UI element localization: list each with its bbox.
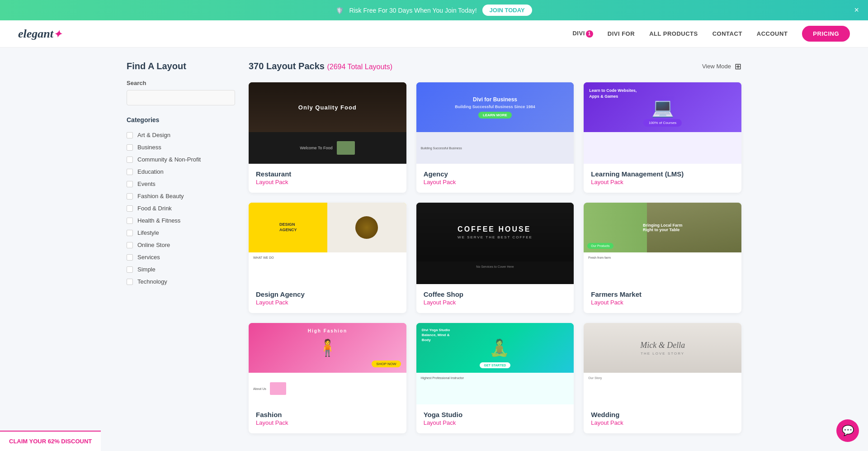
nav-all-products[interactable]: ALL PRODUCTS — [649, 30, 698, 37]
category-item[interactable]: Education — [127, 166, 235, 178]
card-info: Restaurant Layout Pack — [249, 164, 406, 193]
card-info: Agency Layout Pack — [416, 164, 574, 193]
category-label: Fashion & Beauty — [137, 193, 184, 199]
card-subtitle: Layout Pack — [256, 419, 399, 426]
fashion-bottom: About Us — [249, 373, 406, 404]
wedding-hero: Mick & Della THE LOVE STORY — [584, 323, 741, 373]
layout-card-agency[interactable]: Divi for Business Building Successful Bu… — [416, 82, 574, 193]
category-item[interactable]: Food & Drink — [127, 202, 235, 214]
card-preview-yoga: Divi Yoga StudioBalance, Mind &Body 🧘 GE… — [416, 323, 574, 404]
category-checkbox[interactable] — [127, 144, 133, 151]
category-item[interactable]: Online Store — [127, 239, 235, 251]
category-item[interactable]: Community & Non-Profit — [127, 153, 235, 166]
category-label: Events — [137, 180, 156, 187]
category-item[interactable]: Fashion & Beauty — [127, 190, 235, 202]
category-checkbox[interactable] — [127, 169, 133, 175]
card-preview-fashion: High Fashion 🧍 SHOP NOW About Us — [249, 323, 406, 404]
category-item[interactable]: Art & Design — [127, 129, 235, 141]
join-today-button[interactable]: JOIN TODAY — [482, 5, 532, 16]
card-preview-restaurant: Only Quality Food Welcome To Food — [249, 82, 406, 164]
shield-icon: 🛡️ — [336, 7, 344, 14]
card-subtitle: Layout Pack — [424, 299, 567, 306]
restaurant-hero: Only Quality Food — [249, 82, 406, 132]
category-item[interactable]: Lifestyle — [127, 227, 235, 239]
category-label: Community & Non-Profit — [137, 156, 201, 163]
card-subtitle: Layout Pack — [591, 299, 734, 306]
category-item[interactable]: Health & Fitness — [127, 214, 235, 227]
categories-list: Art & Design Business Community & Non-Pr… — [127, 129, 235, 288]
main-container: Find A Layout Search Categories Art & De… — [118, 47, 750, 447]
nav-divi-for[interactable]: DIVI FOR — [608, 30, 635, 37]
card-title: Restaurant — [256, 170, 399, 178]
layout-card-fashion[interactable]: High Fashion 🧍 SHOP NOW About Us Fashion… — [249, 323, 406, 433]
category-checkbox[interactable] — [127, 157, 133, 163]
card-info: Learning Management (LMS) Layout Pack — [584, 164, 741, 193]
divi-badge: 1 — [586, 30, 593, 38]
search-label: Search — [127, 80, 235, 86]
layout-card-coffee-shop[interactable]: COFFEE HOUSE WE SERVE THE BEST COFFEE No… — [416, 203, 574, 313]
card-subtitle: Layout Pack — [424, 179, 567, 185]
category-item[interactable]: Business — [127, 141, 235, 153]
category-item[interactable]: Technology — [127, 275, 235, 288]
card-subtitle: Layout Pack — [256, 179, 399, 185]
category-checkbox[interactable] — [127, 266, 133, 273]
pricing-button[interactable]: PRICING — [802, 26, 850, 42]
banner-close-button[interactable]: × — [854, 5, 859, 15]
category-label: Lifestyle — [137, 229, 159, 236]
card-title: Coffee Shop — [424, 290, 567, 298]
category-label: Food & Drink — [137, 205, 172, 212]
layout-card-restaurant[interactable]: Only Quality Food Welcome To Food Restau… — [249, 82, 406, 193]
nav-account[interactable]: ACCOUNT — [757, 30, 788, 37]
main-nav: DIVI1 DIVI FOR ALL PRODUCTS CONTACT ACCO… — [572, 26, 850, 42]
card-title: Agency — [424, 170, 567, 178]
card-preview-lms: Learn to Code Websites,Apps & Games 💻 10… — [584, 82, 741, 164]
lms-bottom — [584, 132, 741, 164]
card-info: Wedding Layout Pack — [584, 404, 741, 433]
content-header: 370 Layout Packs (2694 Total Layouts) Vi… — [249, 61, 741, 71]
card-title: Design Agency — [256, 290, 399, 298]
category-label: Art & Design — [137, 132, 170, 138]
layout-card-wedding[interactable]: Mick & Della THE LOVE STORY Our Story We… — [584, 323, 741, 433]
nav-contact[interactable]: CONTACT — [712, 30, 742, 37]
nav-divi[interactable]: DIVI1 — [572, 30, 593, 38]
view-mode-toggle[interactable]: View Mode ⊞ — [702, 62, 741, 71]
design-agency-hero: DESIGNAGENCY — [249, 203, 406, 252]
category-checkbox[interactable] — [127, 193, 133, 199]
search-input[interactable] — [127, 90, 235, 105]
chat-button[interactable]: 💬 — [836, 419, 859, 442]
card-title: Farmers Market — [591, 290, 734, 298]
category-checkbox[interactable] — [127, 230, 133, 236]
logo-star-icon: ✦ — [53, 28, 61, 40]
card-subtitle: Layout Pack — [591, 179, 734, 185]
card-info: Coffee Shop Layout Pack — [416, 284, 574, 313]
layout-card-farmers-market[interactable]: Bringing Local FarmRight to your Table O… — [584, 203, 741, 313]
category-checkbox[interactable] — [127, 132, 133, 138]
category-checkbox[interactable] — [127, 205, 133, 212]
layout-card-yoga-studio[interactable]: Divi Yoga StudioBalance, Mind &Body 🧘 GE… — [416, 323, 574, 433]
fashion-hero: High Fashion 🧍 SHOP NOW — [249, 323, 406, 373]
content-area: 370 Layout Packs (2694 Total Layouts) Vi… — [249, 61, 741, 433]
card-preview-farmers: Bringing Local FarmRight to your Table O… — [584, 203, 741, 284]
category-item[interactable]: Events — [127, 178, 235, 190]
card-subtitle: Layout Pack — [424, 419, 567, 426]
card-info: Design Agency Layout Pack — [249, 284, 406, 313]
category-checkbox[interactable] — [127, 242, 133, 248]
layout-card-design-agency[interactable]: DESIGNAGENCY WHAT WE DO Design Agency La… — [249, 203, 406, 313]
category-item[interactable]: Simple — [127, 263, 235, 275]
category-label: Education — [137, 168, 164, 175]
category-checkbox[interactable] — [127, 254, 133, 261]
grid-view-icon: ⊞ — [735, 62, 741, 71]
claim-bar[interactable]: CLAIM YOUR 62% DISCOUNT — [0, 431, 101, 447]
card-preview-wedding: Mick & Della THE LOVE STORY Our Story — [584, 323, 741, 404]
category-item[interactable]: Services — [127, 251, 235, 263]
category-checkbox[interactable] — [127, 279, 133, 285]
card-preview-agency: Divi for Business Building Successful Bu… — [416, 82, 574, 164]
sidebar: Find A Layout Search Categories Art & De… — [127, 61, 235, 433]
category-checkbox[interactable] — [127, 181, 133, 187]
category-label: Health & Fitness — [137, 217, 180, 224]
logo[interactable]: elegant✦ — [18, 27, 61, 41]
layout-card-lms[interactable]: Learn to Code Websites,Apps & Games 💻 10… — [584, 82, 741, 193]
top-banner: 🛡️ Risk Free For 30 Days When You Join T… — [0, 0, 868, 20]
chat-icon: 💬 — [842, 425, 854, 437]
category-checkbox[interactable] — [127, 218, 133, 224]
